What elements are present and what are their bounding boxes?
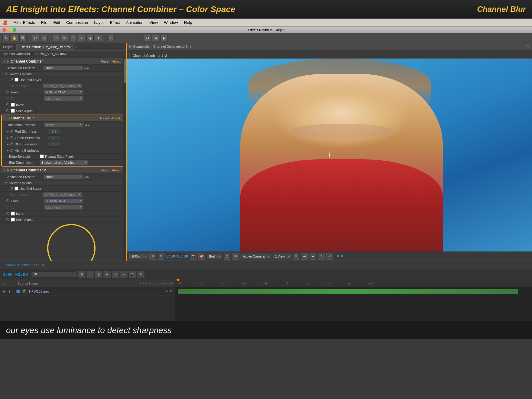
nav-right-arrow[interactable]: ▶ (87, 66, 89, 70)
tab-effect-controls[interactable]: Effect Controls: PM_Alex_DV.mov (17, 44, 73, 50)
invert-checkbox-1[interactable] (11, 103, 15, 107)
hud-btn[interactable]: 🎯 (198, 253, 205, 260)
blue-stopwatch[interactable]: ⏱ (10, 142, 14, 146)
channel-combiner-2-header[interactable]: ▼ fx Channel Combiner 2 Reset About... (1, 167, 125, 174)
from-dropdown-1[interactable]: RGB to YUV (44, 90, 83, 95)
source-options-header-2[interactable]: ▼ Source Options (1, 180, 125, 186)
cb-anim-dropdown[interactable]: None (44, 122, 83, 127)
invert-stopwatch-1[interactable]: ⏱ (6, 103, 10, 107)
menu-after-effects[interactable]: After Effects (11, 20, 37, 25)
about-cb-btn[interactable]: About... (111, 116, 123, 120)
menu-effect[interactable]: Effect (108, 20, 122, 25)
eraser-tool[interactable]: ✦ (95, 35, 102, 41)
menu-composition[interactable]: Composition (64, 20, 90, 25)
blue-expand[interactable]: ▶ (7, 143, 9, 146)
source-options-header-1[interactable]: ▼ Source Options (1, 72, 125, 77)
rect-tool[interactable]: ▭ (53, 35, 60, 41)
menu-file[interactable]: File (39, 20, 50, 25)
fast-preview-btn[interactable]: ▶ (310, 253, 316, 260)
view-dropdown[interactable]: 1 View (273, 254, 291, 259)
frame-blending-btn[interactable]: ◈ (103, 271, 111, 278)
green-stopwatch[interactable]: ⏱ (10, 136, 14, 140)
layer-expand[interactable]: ◀ (2, 290, 7, 293)
menu-layer[interactable]: Layer (92, 20, 106, 25)
layer-fx-btn[interactable]: ⊕ / fx (165, 290, 173, 293)
minimize-button[interactable] (8, 28, 11, 32)
repeat-edge-checkbox[interactable] (40, 154, 44, 158)
alpha-btn[interactable]: ↗ (318, 253, 325, 260)
prev-frame[interactable]: ◀ (152, 35, 159, 41)
puppet-tool[interactable]: ✦ (107, 35, 115, 41)
cb-nav-right[interactable]: ▶ (88, 123, 90, 127)
channel-combiner-1-header[interactable]: ▼ fx Channel Combiner Reset About... (1, 58, 125, 65)
grid-btn[interactable]: ⊞ (149, 253, 156, 260)
paint-tool[interactable]: / (78, 35, 85, 41)
cb-nav-left[interactable]: ◀ (85, 123, 87, 127)
quality-dropdown[interactable]: (Full) (207, 254, 222, 259)
graph-editor-btn[interactable]: ✦ (120, 271, 128, 278)
zoom-dropdown[interactable]: 100% (129, 254, 148, 259)
stopwatch-icon-1[interactable]: ⏱ (10, 78, 13, 82)
to-stopwatch-1[interactable]: ⏱ (6, 96, 10, 101)
cc2-stopwatch-1[interactable]: ⏱ (10, 187, 13, 191)
solid-alpha-checkbox-2[interactable] (11, 218, 15, 222)
camera-icon[interactable]: 📷 (129, 271, 136, 278)
hand-tool[interactable]: ✋ (11, 35, 18, 41)
zoom-tool[interactable]: 🔍 (19, 35, 27, 41)
new-comp-btn[interactable]: ⊞ (78, 271, 85, 278)
to-dropdown-2[interactable]: Lightness (44, 205, 83, 210)
next-frame[interactable]: ▶ (161, 35, 168, 41)
comp-props-btn[interactable]: ⊟ (293, 253, 299, 260)
invert-stopwatch-2[interactable]: ⏱ (6, 212, 10, 216)
grid-overlay-btn[interactable]: ⊞ (232, 253, 239, 260)
comp-close-btn[interactable]: ✕ (527, 44, 530, 48)
draft-btn[interactable]: ◻ (224, 253, 230, 260)
timeline-tab[interactable]: Channel Combiner 1+2 (2, 262, 41, 268)
nav-left-arrow[interactable]: ◀ (84, 66, 86, 70)
to-stopwatch-2[interactable]: ⏱ (6, 205, 10, 209)
alpha-expand[interactable]: ▶ (7, 149, 9, 152)
menu-help[interactable]: Help (182, 20, 195, 25)
reset-cb-btn[interactable]: Reset (100, 116, 109, 120)
solid-alpha-stopwatch-2[interactable]: ⏱ (6, 218, 10, 222)
green-blurriness-value[interactable]: 0.0 (48, 135, 60, 140)
use-2nd-layer-checkbox-1[interactable] (15, 78, 18, 82)
about-cc2-btn[interactable]: About... (112, 168, 123, 172)
menu-animation[interactable]: Animation (124, 20, 146, 25)
comp-tab[interactable]: Channel Combiner 1+2 (129, 53, 170, 58)
source-layer-dropdown-2[interactable]: 2. PM_Alex_DV.mov (43, 192, 82, 197)
menu-window[interactable]: Window (162, 20, 180, 25)
undo-btn[interactable]: ↩ (32, 35, 39, 41)
menu-view[interactable]: View (147, 20, 161, 25)
capture-btn[interactable]: 📷 (190, 253, 196, 260)
menu-edit[interactable]: Edit (51, 20, 63, 25)
anim-presets-dropdown-cc1[interactable]: None (44, 66, 83, 70)
solid-alpha-checkbox-1[interactable] (11, 109, 15, 113)
timeline-tab-close[interactable]: ✕ (41, 263, 44, 267)
from-dropdown-2[interactable]: YUV to RGB (44, 199, 83, 203)
maximize-button[interactable] (13, 28, 16, 32)
redo-btn[interactable]: ↪ (40, 35, 47, 41)
blur-dimensions-dropdown[interactable]: Horizontal and Vertical (40, 160, 88, 165)
red-expand[interactable]: ▶ (7, 130, 9, 133)
layer-color-chip[interactable] (16, 290, 20, 293)
stamp-tool[interactable]: ◈ (86, 35, 94, 41)
cc2-nav-right[interactable]: ▶ (87, 175, 89, 179)
pixel-aspect-btn[interactable]: ⊡ (158, 253, 164, 260)
layer-name[interactable]: NPW106.mov (29, 290, 164, 293)
from-stopwatch-2[interactable]: ⏱ (6, 199, 10, 203)
cc2-anim-dropdown[interactable]: None (44, 174, 83, 179)
red-stopwatch[interactable]: ⏱ (10, 129, 14, 134)
panel-close-icon[interactable]: ✕ (75, 45, 77, 49)
type-tool[interactable]: T (70, 35, 77, 41)
tab-project[interactable]: Project (0, 44, 17, 50)
reset-cc1-btn[interactable]: Reset (101, 60, 109, 63)
shy-btn[interactable]: ⬡ (95, 271, 102, 278)
scrollbar-thumb[interactable] (124, 59, 126, 83)
red-blurriness-value[interactable]: 0.8 (48, 129, 60, 134)
alpha-stopwatch[interactable]: ⏱ (10, 148, 14, 153)
select-tool[interactable]: ↖ (2, 35, 10, 41)
from-stopwatch-1[interactable]: ⏱ (6, 90, 10, 94)
solid-alpha-stopwatch-1[interactable]: ⏱ (6, 109, 10, 113)
about-cc1-btn[interactable]: About... (112, 60, 123, 63)
